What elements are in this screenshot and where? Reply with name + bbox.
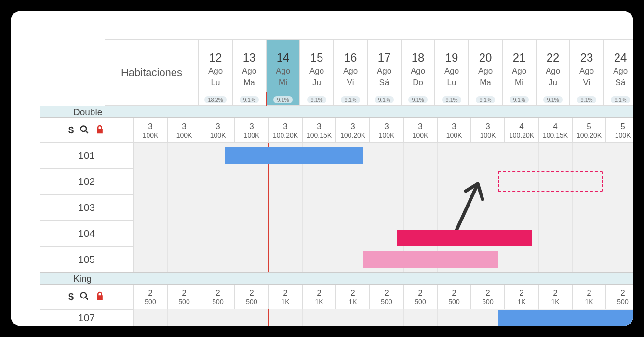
occupancy-badge: 9.1% bbox=[476, 96, 495, 103]
rate-price: 500 bbox=[178, 298, 189, 306]
rate-price: 100K bbox=[176, 131, 192, 139]
rate-cell[interactable]: 3100K bbox=[403, 118, 437, 143]
date-header-16[interactable]: 16AgoVi9.1% bbox=[334, 39, 367, 106]
date-header-23[interactable]: 23AgoVi9.1% bbox=[570, 39, 604, 106]
rate-price: 1K bbox=[585, 298, 593, 306]
booking-bar[interactable] bbox=[225, 147, 363, 164]
timeline-104[interactable] bbox=[134, 220, 633, 246]
rate-cell[interactable]: 4100.20K bbox=[505, 118, 538, 143]
svg-line-3 bbox=[86, 297, 88, 299]
price-icon[interactable]: $ bbox=[68, 291, 74, 302]
date-day: 19 bbox=[445, 51, 458, 65]
rate-cell[interactable]: 3100K bbox=[201, 118, 235, 143]
date-weekday: Ma bbox=[243, 78, 255, 88]
date-header-12[interactable]: 12AgoLu18.2% bbox=[199, 39, 232, 106]
rate-cell[interactable]: 21K bbox=[572, 285, 606, 309]
rate-price: 500 bbox=[415, 298, 426, 306]
lock-icon[interactable] bbox=[95, 125, 105, 136]
date-header-18[interactable]: 18AgoDo9.1% bbox=[401, 39, 435, 106]
date-header-15[interactable]: 15AgoJu9.1% bbox=[300, 39, 334, 106]
date-header-22[interactable]: 22AgoJu9.1% bbox=[536, 39, 570, 106]
rate-cell[interactable]: 3100K bbox=[134, 118, 167, 143]
rate-row-double: $ 3100K3100K3100K3100K3100.20K3100.15K31… bbox=[40, 118, 633, 143]
date-header-19[interactable]: 19AgoLu9.1% bbox=[435, 39, 469, 106]
rate-cell[interactable]: 3100K bbox=[370, 118, 403, 143]
date-header-21[interactable]: 21AgoMi9.1% bbox=[502, 39, 536, 106]
rate-cell[interactable]: 3100K bbox=[167, 118, 201, 143]
availability-count: 3 bbox=[418, 122, 422, 131]
price-icon[interactable]: $ bbox=[68, 125, 74, 136]
rate-cell[interactable]: 3100K bbox=[235, 118, 268, 143]
rate-cell[interactable]: 2500 bbox=[370, 285, 403, 309]
rate-cell[interactable]: 5100K bbox=[606, 118, 633, 143]
date-month: Ago bbox=[208, 66, 223, 76]
timeline-103[interactable] bbox=[134, 194, 633, 220]
date-month: Ago bbox=[579, 66, 594, 76]
room-row-104[interactable]: 104 bbox=[40, 220, 633, 246]
date-header-24[interactable]: 24AgoSá9.1% bbox=[604, 39, 633, 106]
rate-cell[interactable]: 3100.20K bbox=[268, 118, 302, 143]
rate-price: 100.20K bbox=[340, 131, 365, 139]
search-icon[interactable] bbox=[80, 291, 89, 303]
rate-cell[interactable]: 21K bbox=[538, 285, 572, 309]
date-header-14[interactable]: 14AgoMi9.1% bbox=[266, 39, 300, 106]
column-header-rooms: Habitaciones bbox=[105, 39, 199, 106]
rate-cell[interactable]: 2500 bbox=[167, 285, 201, 309]
rate-cell[interactable]: 3100.20K bbox=[336, 118, 370, 143]
timeline-107[interactable] bbox=[134, 309, 633, 326]
rate-cell[interactable]: 21K bbox=[302, 285, 336, 309]
date-month: Ago bbox=[444, 66, 459, 76]
date-header-13[interactable]: 13AgoMa9.1% bbox=[232, 39, 266, 106]
rate-cell[interactable]: 3100.15K bbox=[302, 118, 336, 143]
rate-cell[interactable]: 2500 bbox=[606, 285, 633, 309]
date-header-20[interactable]: 20AgoMa9.1% bbox=[469, 39, 502, 106]
occupancy-badge: 9.1% bbox=[375, 96, 393, 103]
rate-cell[interactable]: 2500 bbox=[403, 285, 437, 309]
rate-cell[interactable]: 2500 bbox=[437, 285, 471, 309]
category-row-double[interactable]: Double bbox=[40, 106, 633, 118]
availability-count: 2 bbox=[418, 288, 422, 298]
room-row-107[interactable]: 107 bbox=[40, 309, 633, 326]
rate-cell[interactable]: 2500 bbox=[235, 285, 268, 309]
rate-cell[interactable]: 2500 bbox=[471, 285, 505, 309]
timeline-102[interactable] bbox=[134, 168, 633, 194]
rate-price: 500 bbox=[482, 298, 493, 306]
rate-cell[interactable]: 3100K bbox=[471, 118, 505, 143]
availability-count: 3 bbox=[283, 122, 287, 131]
rate-cell[interactable]: 21K bbox=[268, 285, 302, 309]
rate-cell[interactable]: 3100K bbox=[437, 118, 471, 143]
timeline-105[interactable] bbox=[134, 246, 633, 272]
booking-bar[interactable] bbox=[363, 251, 498, 268]
availability-count: 2 bbox=[452, 288, 456, 298]
lock-icon[interactable] bbox=[95, 291, 105, 303]
rate-price: 100K bbox=[379, 131, 395, 139]
availability-count: 3 bbox=[384, 122, 389, 131]
room-row-105[interactable]: 105 bbox=[40, 246, 633, 272]
room-row-101[interactable]: 101 bbox=[40, 143, 633, 168]
booking-bar[interactable] bbox=[498, 310, 633, 326]
availability-count: 5 bbox=[587, 122, 591, 131]
timeline-101[interactable] bbox=[134, 143, 633, 168]
availability-count: 3 bbox=[350, 122, 355, 131]
room-row-102[interactable]: 102 bbox=[40, 168, 633, 194]
rate-cell[interactable]: 2500 bbox=[201, 285, 235, 309]
room-row-103[interactable]: 103 bbox=[40, 194, 633, 220]
rate-price: 100K bbox=[615, 131, 631, 139]
rate-cell[interactable]: 4100.15K bbox=[538, 118, 572, 143]
booking-drop-target[interactable] bbox=[498, 171, 603, 192]
search-icon[interactable] bbox=[80, 125, 89, 136]
booking-bar[interactable] bbox=[397, 230, 532, 246]
rate-cell[interactable]: 5100.20K bbox=[572, 118, 606, 143]
rate-price: 1K bbox=[315, 298, 323, 306]
date-header-17[interactable]: 17AgoSá9.1% bbox=[367, 39, 401, 106]
date-day: 22 bbox=[547, 51, 560, 65]
rate-cell[interactable]: 2500 bbox=[134, 285, 167, 309]
svg-point-0 bbox=[81, 126, 87, 131]
rate-price: 100.15K bbox=[543, 131, 568, 139]
category-row-king[interactable]: King bbox=[40, 272, 633, 285]
rate-price: 1K bbox=[517, 298, 525, 306]
date-day: 17 bbox=[378, 51, 391, 65]
room-number: 103 bbox=[40, 194, 134, 220]
rate-cell[interactable]: 21K bbox=[505, 285, 538, 309]
rate-cell[interactable]: 21K bbox=[336, 285, 370, 309]
